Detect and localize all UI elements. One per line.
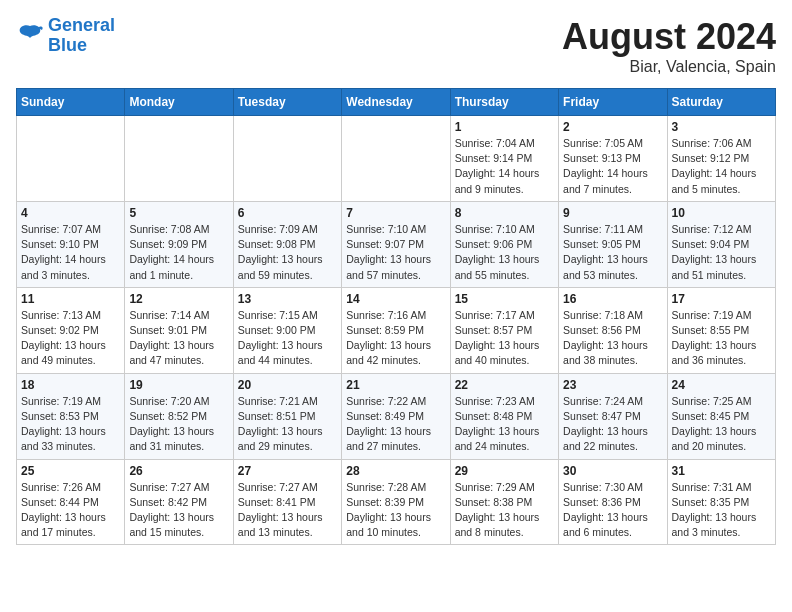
day-info: Sunrise: 7:24 AM Sunset: 8:47 PM Dayligh… [563,394,662,455]
day-number: 3 [672,120,771,134]
day-info: Sunrise: 7:06 AM Sunset: 9:12 PM Dayligh… [672,136,771,197]
page-header: General Blue August 2024 Biar, Valencia,… [16,16,776,76]
day-number: 5 [129,206,228,220]
calendar-cell: 16Sunrise: 7:18 AM Sunset: 8:56 PM Dayli… [559,287,667,373]
calendar-cell: 22Sunrise: 7:23 AM Sunset: 8:48 PM Dayli… [450,373,558,459]
day-info: Sunrise: 7:20 AM Sunset: 8:52 PM Dayligh… [129,394,228,455]
logo-line1: General [48,15,115,35]
day-number: 27 [238,464,337,478]
calendar-cell: 31Sunrise: 7:31 AM Sunset: 8:35 PM Dayli… [667,459,775,545]
day-info: Sunrise: 7:19 AM Sunset: 8:55 PM Dayligh… [672,308,771,369]
day-info: Sunrise: 7:22 AM Sunset: 8:49 PM Dayligh… [346,394,445,455]
day-info: Sunrise: 7:19 AM Sunset: 8:53 PM Dayligh… [21,394,120,455]
calendar-cell: 29Sunrise: 7:29 AM Sunset: 8:38 PM Dayli… [450,459,558,545]
day-info: Sunrise: 7:12 AM Sunset: 9:04 PM Dayligh… [672,222,771,283]
calendar-cell: 8Sunrise: 7:10 AM Sunset: 9:06 PM Daylig… [450,201,558,287]
logo-line2: Blue [48,35,87,55]
day-info: Sunrise: 7:05 AM Sunset: 9:13 PM Dayligh… [563,136,662,197]
day-info: Sunrise: 7:15 AM Sunset: 9:00 PM Dayligh… [238,308,337,369]
calendar-cell [125,116,233,202]
day-info: Sunrise: 7:23 AM Sunset: 8:48 PM Dayligh… [455,394,554,455]
logo-text: General Blue [48,16,115,56]
day-info: Sunrise: 7:26 AM Sunset: 8:44 PM Dayligh… [21,480,120,541]
day-number: 22 [455,378,554,392]
day-info: Sunrise: 7:09 AM Sunset: 9:08 PM Dayligh… [238,222,337,283]
calendar-cell: 23Sunrise: 7:24 AM Sunset: 8:47 PM Dayli… [559,373,667,459]
day-number: 20 [238,378,337,392]
day-info: Sunrise: 7:11 AM Sunset: 9:05 PM Dayligh… [563,222,662,283]
calendar-cell: 4Sunrise: 7:07 AM Sunset: 9:10 PM Daylig… [17,201,125,287]
calendar-cell: 24Sunrise: 7:25 AM Sunset: 8:45 PM Dayli… [667,373,775,459]
day-number: 29 [455,464,554,478]
weekday-header-saturday: Saturday [667,89,775,116]
calendar-cell: 17Sunrise: 7:19 AM Sunset: 8:55 PM Dayli… [667,287,775,373]
day-number: 8 [455,206,554,220]
calendar-cell: 5Sunrise: 7:08 AM Sunset: 9:09 PM Daylig… [125,201,233,287]
weekday-header-friday: Friday [559,89,667,116]
calendar-cell: 30Sunrise: 7:30 AM Sunset: 8:36 PM Dayli… [559,459,667,545]
calendar-table: SundayMondayTuesdayWednesdayThursdayFrid… [16,88,776,545]
calendar-cell: 14Sunrise: 7:16 AM Sunset: 8:59 PM Dayli… [342,287,450,373]
day-info: Sunrise: 7:17 AM Sunset: 8:57 PM Dayligh… [455,308,554,369]
weekday-header-tuesday: Tuesday [233,89,341,116]
calendar-cell: 26Sunrise: 7:27 AM Sunset: 8:42 PM Dayli… [125,459,233,545]
day-number: 10 [672,206,771,220]
calendar-cell: 27Sunrise: 7:27 AM Sunset: 8:41 PM Dayli… [233,459,341,545]
weekday-header-thursday: Thursday [450,89,558,116]
day-info: Sunrise: 7:27 AM Sunset: 8:41 PM Dayligh… [238,480,337,541]
day-number: 28 [346,464,445,478]
calendar-week-row: 11Sunrise: 7:13 AM Sunset: 9:02 PM Dayli… [17,287,776,373]
location-subtitle: Biar, Valencia, Spain [562,58,776,76]
day-info: Sunrise: 7:18 AM Sunset: 8:56 PM Dayligh… [563,308,662,369]
day-number: 21 [346,378,445,392]
day-info: Sunrise: 7:31 AM Sunset: 8:35 PM Dayligh… [672,480,771,541]
day-number: 18 [21,378,120,392]
calendar-cell: 25Sunrise: 7:26 AM Sunset: 8:44 PM Dayli… [17,459,125,545]
day-number: 25 [21,464,120,478]
day-info: Sunrise: 7:08 AM Sunset: 9:09 PM Dayligh… [129,222,228,283]
calendar-cell: 28Sunrise: 7:28 AM Sunset: 8:39 PM Dayli… [342,459,450,545]
day-number: 24 [672,378,771,392]
logo-bird-icon [16,22,44,50]
day-info: Sunrise: 7:21 AM Sunset: 8:51 PM Dayligh… [238,394,337,455]
day-number: 9 [563,206,662,220]
day-info: Sunrise: 7:29 AM Sunset: 8:38 PM Dayligh… [455,480,554,541]
day-number: 15 [455,292,554,306]
day-info: Sunrise: 7:14 AM Sunset: 9:01 PM Dayligh… [129,308,228,369]
calendar-cell: 6Sunrise: 7:09 AM Sunset: 9:08 PM Daylig… [233,201,341,287]
calendar-cell: 21Sunrise: 7:22 AM Sunset: 8:49 PM Dayli… [342,373,450,459]
day-number: 7 [346,206,445,220]
calendar-cell: 2Sunrise: 7:05 AM Sunset: 9:13 PM Daylig… [559,116,667,202]
calendar-week-row: 4Sunrise: 7:07 AM Sunset: 9:10 PM Daylig… [17,201,776,287]
day-number: 19 [129,378,228,392]
calendar-cell: 12Sunrise: 7:14 AM Sunset: 9:01 PM Dayli… [125,287,233,373]
day-number: 11 [21,292,120,306]
logo: General Blue [16,16,115,56]
day-info: Sunrise: 7:28 AM Sunset: 8:39 PM Dayligh… [346,480,445,541]
calendar-cell: 15Sunrise: 7:17 AM Sunset: 8:57 PM Dayli… [450,287,558,373]
weekday-header-sunday: Sunday [17,89,125,116]
day-number: 2 [563,120,662,134]
calendar-week-row: 25Sunrise: 7:26 AM Sunset: 8:44 PM Dayli… [17,459,776,545]
calendar-cell: 20Sunrise: 7:21 AM Sunset: 8:51 PM Dayli… [233,373,341,459]
day-number: 16 [563,292,662,306]
calendar-cell: 11Sunrise: 7:13 AM Sunset: 9:02 PM Dayli… [17,287,125,373]
weekday-header-monday: Monday [125,89,233,116]
day-number: 23 [563,378,662,392]
day-info: Sunrise: 7:04 AM Sunset: 9:14 PM Dayligh… [455,136,554,197]
month-year-title: August 2024 [562,16,776,58]
day-number: 17 [672,292,771,306]
day-info: Sunrise: 7:25 AM Sunset: 8:45 PM Dayligh… [672,394,771,455]
day-number: 4 [21,206,120,220]
day-number: 12 [129,292,228,306]
day-info: Sunrise: 7:30 AM Sunset: 8:36 PM Dayligh… [563,480,662,541]
calendar-cell: 7Sunrise: 7:10 AM Sunset: 9:07 PM Daylig… [342,201,450,287]
calendar-cell: 18Sunrise: 7:19 AM Sunset: 8:53 PM Dayli… [17,373,125,459]
calendar-cell: 3Sunrise: 7:06 AM Sunset: 9:12 PM Daylig… [667,116,775,202]
calendar-cell: 19Sunrise: 7:20 AM Sunset: 8:52 PM Dayli… [125,373,233,459]
calendar-cell: 13Sunrise: 7:15 AM Sunset: 9:00 PM Dayli… [233,287,341,373]
calendar-cell [342,116,450,202]
day-number: 30 [563,464,662,478]
day-info: Sunrise: 7:10 AM Sunset: 9:07 PM Dayligh… [346,222,445,283]
calendar-cell [17,116,125,202]
